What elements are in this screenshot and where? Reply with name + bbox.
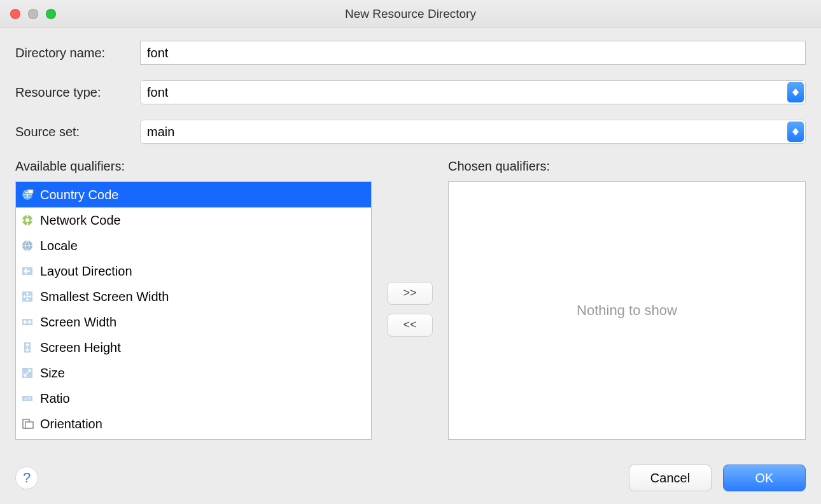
svg-text:4:3: 4:3 xyxy=(24,396,31,401)
list-item[interactable]: Screen Width xyxy=(16,309,371,335)
list-item-label: Locale xyxy=(40,239,78,253)
directory-name-input[interactable] xyxy=(140,41,806,65)
close-window-icon[interactable] xyxy=(10,9,20,19)
source-set-value: main xyxy=(147,125,174,139)
list-item-label: Smallest Screen Width xyxy=(40,290,169,304)
list-item-label: Network Code xyxy=(40,213,121,228)
chosen-qualifiers-list[interactable]: Nothing to show xyxy=(448,181,806,440)
resize-icon xyxy=(20,365,35,381)
resource-type-select[interactable]: font xyxy=(140,80,806,104)
list-item-label: Layout Direction xyxy=(40,264,132,279)
arrow-v-icon xyxy=(20,340,35,355)
orientation-icon xyxy=(20,416,35,431)
available-qualifiers-label: Available qualifiers: xyxy=(15,159,372,174)
list-item-label: Orientation xyxy=(40,417,102,431)
arrow-left-icon xyxy=(20,263,35,279)
list-item[interactable]: Network Code xyxy=(16,207,371,233)
svg-point-3 xyxy=(25,218,29,222)
chosen-qualifiers-label: Chosen qualifiers: xyxy=(448,159,806,174)
cancel-button[interactable]: Cancel xyxy=(629,465,712,491)
available-qualifiers-list[interactable]: Country CodeNetwork CodeLocaleLayout Dir… xyxy=(15,181,372,440)
list-item[interactable]: Locale xyxy=(16,233,371,258)
add-qualifier-button[interactable]: >> xyxy=(387,282,433,305)
resource-type-label: Resource type: xyxy=(15,85,140,100)
list-item[interactable]: Country Code xyxy=(16,182,371,207)
ok-button[interactable]: OK xyxy=(723,465,806,491)
globe-flag-icon xyxy=(20,187,35,202)
minimize-window-icon xyxy=(28,9,38,19)
directory-name-label: Directory name: xyxy=(15,46,140,60)
ratio-icon: 4:3 xyxy=(20,391,35,406)
empty-placeholder: Nothing to show xyxy=(577,302,677,319)
resource-type-value: font xyxy=(147,85,168,100)
list-item[interactable]: Screen Height xyxy=(16,335,371,360)
svg-rect-1 xyxy=(28,190,33,193)
list-item[interactable]: Smallest Screen Width xyxy=(16,284,371,309)
svg-rect-13 xyxy=(25,422,33,428)
source-set-select[interactable]: main xyxy=(140,120,806,144)
arrows-out-icon xyxy=(20,289,35,304)
help-button[interactable]: ? xyxy=(15,466,38,489)
zoom-window-icon[interactable] xyxy=(46,9,56,19)
remove-qualifier-button[interactable]: << xyxy=(387,314,433,337)
list-item[interactable]: 4:3Ratio xyxy=(16,386,371,411)
select-stepper-icon[interactable] xyxy=(787,82,804,102)
source-set-label: Source set: xyxy=(15,125,140,139)
list-item-label: Ratio xyxy=(40,391,70,406)
list-item[interactable]: Size xyxy=(16,360,371,386)
window-title: New Resource Directory xyxy=(0,7,821,21)
list-item[interactable]: Layout Direction xyxy=(16,258,371,284)
title-bar: New Resource Directory xyxy=(0,0,821,28)
arrow-h-icon xyxy=(20,314,35,330)
select-stepper-icon[interactable] xyxy=(787,122,804,142)
list-item-label: Screen Height xyxy=(40,340,121,355)
globe-icon xyxy=(20,238,35,253)
network-icon xyxy=(20,213,35,228)
list-item-label: Size xyxy=(40,366,65,381)
window-controls xyxy=(0,9,56,19)
list-item-label: Screen Width xyxy=(40,315,116,330)
list-item[interactable]: Orientation xyxy=(16,411,371,437)
list-item-label: Country Code xyxy=(40,188,118,202)
